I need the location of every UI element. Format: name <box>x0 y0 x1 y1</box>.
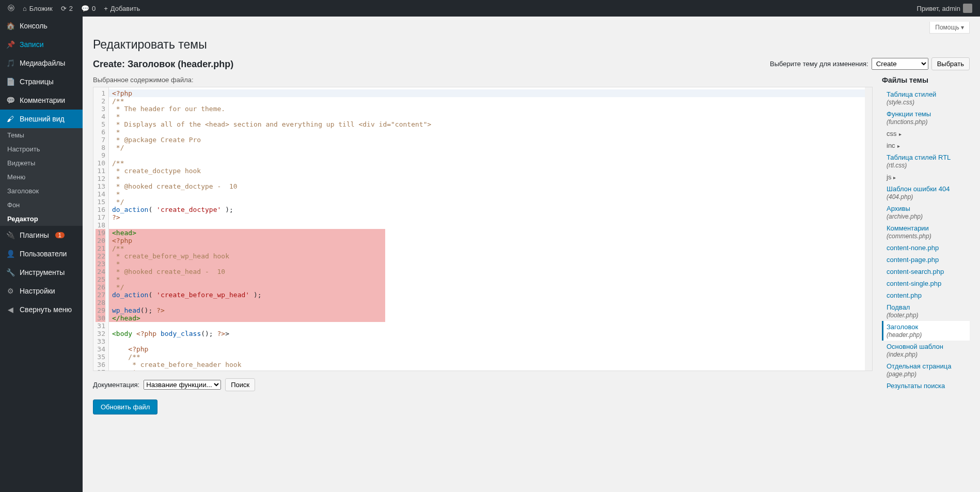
plug-icon: 🔌 <box>5 230 15 240</box>
site-name[interactable]: ⌂Бложик <box>19 0 56 17</box>
home-icon: ⌂ <box>23 5 27 12</box>
sub-widgets[interactable]: Виджеты <box>0 156 83 170</box>
menu-label: Консоль <box>20 22 48 30</box>
screen-meta: Помощь ▾ <box>93 22 970 34</box>
sub-background[interactable]: Фон <box>0 198 83 212</box>
media-icon: 🎵 <box>5 58 15 68</box>
menu-users[interactable]: 👤Пользователи <box>0 244 83 263</box>
file-item[interactable]: content.php <box>882 289 970 301</box>
files-column: Файлы темы Таблица стилей(style.css)Функ… <box>882 76 970 414</box>
dashboard-icon: 🏠 <box>5 21 15 31</box>
code-gutter: 1234567891011121314151617181920212223242… <box>93 87 109 371</box>
search-button[interactable]: Поиск <box>225 378 255 391</box>
comments-count: 0 <box>92 5 96 12</box>
sliders-icon: ⚙ <box>5 286 15 296</box>
file-item[interactable]: content-search.php <box>882 266 970 278</box>
sub-editor[interactable]: Редактор <box>0 212 83 226</box>
menu-label: Плагины <box>20 231 49 239</box>
theme-select-label: Выберите тему для изменения: <box>770 60 868 68</box>
editor-column: Выбранное содержимое файла: 123456789101… <box>93 76 873 414</box>
chevron-right-icon: ▸ <box>893 175 896 180</box>
file-item[interactable]: Таблица стилей RTL(rtl.css) <box>882 151 970 171</box>
chevron-down-icon: ▾ <box>961 24 964 31</box>
file-item[interactable]: Результаты поиска <box>882 380 970 392</box>
file-item[interactable]: Комментарии(comments.php) <box>882 222 970 242</box>
admin-bar: ⓦ ⌂Бложик ⟳2 💬0 +Добавить Привет, admin <box>0 0 980 17</box>
update-file-button[interactable]: Обновить файл <box>93 399 157 414</box>
file-item[interactable]: Подвал(footer.php) <box>882 301 970 321</box>
sub-header[interactable]: Заголовок <box>0 184 83 198</box>
menu-label: Внешний вид <box>20 115 65 123</box>
help-label: Помощь <box>935 24 959 31</box>
updates[interactable]: ⟳2 <box>57 0 76 17</box>
brush-icon: 🖌 <box>5 114 15 124</box>
menu-comments[interactable]: 💬Комментарии <box>0 91 83 110</box>
comments-bubble[interactable]: 💬0 <box>77 0 99 17</box>
greeting-label: Привет, admin <box>916 5 960 12</box>
my-account[interactable]: Привет, admin <box>913 0 976 17</box>
add-new-label: Добавить <box>110 5 140 12</box>
file-item[interactable]: css▸ <box>882 128 970 140</box>
file-item[interactable]: js▸ <box>882 171 970 183</box>
admin-bar-right: Привет, admin <box>913 0 976 17</box>
menu-posts[interactable]: 📌Записи <box>0 35 83 54</box>
theme-selector-row: Выберите тему для изменения: Create Выбр… <box>770 57 970 70</box>
file-item[interactable]: content-page.php <box>882 254 970 266</box>
plus-icon: + <box>104 5 108 12</box>
file-item[interactable]: inc▸ <box>882 140 970 151</box>
menu-label: Свернуть меню <box>20 305 72 314</box>
menu-plugins[interactable]: 🔌Плагины1 <box>0 226 83 244</box>
menu-appearance[interactable]: 🖌Внешний вид <box>0 110 83 128</box>
user-icon: 👤 <box>5 249 15 259</box>
plugins-count-badge: 1 <box>55 232 65 238</box>
code-editor[interactable]: 1234567891011121314151617181920212223242… <box>93 87 873 371</box>
code-body[interactable]: <?php/** * The header for our theme. * *… <box>109 87 872 371</box>
file-list: Таблица стилей(style.css)Функции темы(fu… <box>882 88 970 392</box>
file-item[interactable]: Основной шаблон(index.php) <box>882 341 970 360</box>
wp-logo[interactable]: ⓦ <box>4 0 18 17</box>
theme-select[interactable]: Create <box>872 58 928 70</box>
menu-label: Записи <box>20 40 43 49</box>
sub-customize[interactable]: Настроить <box>0 142 83 156</box>
select-theme-button[interactable]: Выбрать <box>931 57 970 70</box>
sub-themes[interactable]: Темы <box>0 128 83 142</box>
doc-label: Документация: <box>93 381 139 389</box>
editor-label: Выбранное содержимое файла: <box>93 76 873 84</box>
menu-label: Медиафайлы <box>20 59 65 67</box>
avatar-icon <box>963 4 972 13</box>
pin-icon: 📌 <box>5 39 15 50</box>
menu-settings[interactable]: ⚙Настройки <box>0 282 83 300</box>
sub-menus[interactable]: Меню <box>0 170 83 184</box>
file-item[interactable]: Отдельная страница(page.php) <box>882 360 970 380</box>
menu-label: Пользователи <box>20 250 67 258</box>
refresh-icon: ⟳ <box>61 5 67 12</box>
doc-select[interactable]: Название функции... <box>144 380 221 390</box>
file-item[interactable]: content-none.php <box>882 242 970 254</box>
bottom-controls: Документация: Название функции... Поиск <box>93 378 873 391</box>
page-title: Редактировать темы <box>93 38 970 52</box>
wrench-icon: 🔧 <box>5 267 15 278</box>
help-tab[interactable]: Помощь ▾ <box>929 22 970 34</box>
code-scrollbar[interactable] <box>865 87 872 371</box>
comment-icon: 💬 <box>5 95 15 105</box>
site-name-label: Бложик <box>29 5 53 12</box>
file-item[interactable]: Шаблон ошибки 404(404.php) <box>882 183 970 203</box>
admin-wrap: 🏠Консоль 📌Записи 🎵Медиафайлы 📄Страницы 💬… <box>0 17 980 492</box>
file-item[interactable]: content-single.php <box>882 278 970 289</box>
menu-pages[interactable]: 📄Страницы <box>0 72 83 91</box>
menu-tools[interactable]: 🔧Инструменты <box>0 263 83 282</box>
update-container: Обновить файл <box>93 399 873 414</box>
admin-bar-left: ⓦ ⌂Бложик ⟳2 💬0 +Добавить <box>4 0 144 17</box>
menu-dashboard[interactable]: 🏠Консоль <box>0 17 83 35</box>
file-item[interactable]: Заголовок(header.php) <box>882 321 970 341</box>
file-item[interactable]: Функции темы(functions.php) <box>882 108 970 128</box>
file-item[interactable]: Архивы(archive.php) <box>882 203 970 222</box>
chevron-right-icon: ▸ <box>899 131 902 137</box>
file-item[interactable]: Таблица стилей(style.css) <box>882 88 970 108</box>
wordpress-icon: ⓦ <box>8 4 14 13</box>
updates-count: 2 <box>69 5 73 12</box>
add-new[interactable]: +Добавить <box>100 0 144 17</box>
page-icon: 📄 <box>5 76 15 87</box>
menu-collapse[interactable]: ◀Свернуть меню <box>0 300 83 319</box>
menu-media[interactable]: 🎵Медиафайлы <box>0 54 83 72</box>
